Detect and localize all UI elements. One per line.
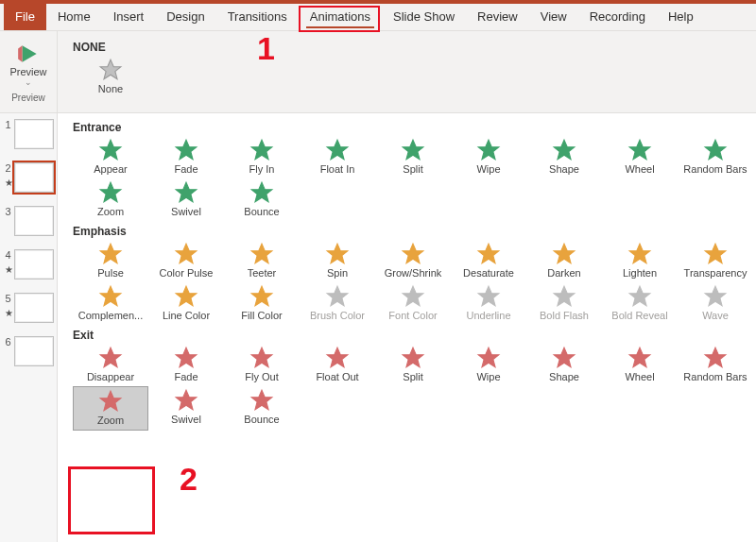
tab-file[interactable]: File bbox=[4, 4, 46, 30]
svg-marker-5 bbox=[251, 140, 272, 160]
slide-thumb[interactable]: 2 ★ bbox=[4, 162, 54, 193]
anim-exit-swivel[interactable]: Swivel bbox=[148, 386, 224, 431]
star-icon bbox=[552, 242, 576, 266]
svg-marker-6 bbox=[327, 140, 348, 160]
anim-entrance-random-bars[interactable]: Random Bars bbox=[678, 136, 753, 178]
animation-gallery: Entrance Appear Fade Fly In Float In Spl… bbox=[58, 113, 756, 542]
svg-marker-0 bbox=[23, 45, 37, 61]
preview-label[interactable]: Preview bbox=[9, 66, 46, 77]
anim-emphasis-color-pulse[interactable]: Color Pulse bbox=[148, 240, 224, 282]
tab-design[interactable]: Design bbox=[155, 4, 215, 30]
slide-thumb[interactable]: 3 bbox=[4, 206, 54, 236]
star-icon bbox=[98, 58, 123, 82]
anim-exit-bounce[interactable]: Bounce bbox=[224, 386, 300, 431]
anim-emphasis-bold-reveal: Bold Reveal bbox=[602, 282, 678, 325]
anim-entrance-swivel[interactable]: Swivel bbox=[148, 178, 224, 221]
anim-none[interactable]: None bbox=[73, 56, 148, 98]
tab-help[interactable]: Help bbox=[657, 4, 705, 30]
anim-entrance-bounce[interactable]: Bounce bbox=[224, 178, 300, 221]
anim-entrance-wheel[interactable]: Wheel bbox=[602, 136, 678, 178]
tab-slideshow[interactable]: Slide Show bbox=[382, 4, 466, 30]
ribbon-tabs: File Home Insert Design Transitions Anim… bbox=[0, 4, 756, 31]
star-icon bbox=[174, 388, 198, 413]
anim-emphasis-darken[interactable]: Darken bbox=[526, 240, 602, 282]
anim-exit-wipe[interactable]: Wipe bbox=[451, 344, 526, 386]
svg-marker-31 bbox=[629, 286, 650, 306]
anim-entrance-fly-in[interactable]: Fly In bbox=[224, 136, 300, 178]
star-icon bbox=[627, 242, 652, 266]
tab-transitions[interactable]: Transitions bbox=[216, 4, 299, 30]
anim-label: Float In bbox=[300, 163, 375, 175]
section-emphasis-title: Emphasis bbox=[73, 225, 756, 238]
slide-thumb[interactable]: 5 ★ bbox=[4, 293, 54, 323]
anim-emphasis-teeter[interactable]: Teeter bbox=[224, 240, 300, 282]
anim-exit-zoom[interactable]: Zoom bbox=[73, 386, 148, 431]
tab-animations[interactable]: Animations bbox=[299, 4, 382, 30]
anim-label: Random Bars bbox=[678, 163, 753, 175]
anim-exit-fly-out[interactable]: Fly Out bbox=[224, 344, 300, 386]
star-icon bbox=[703, 138, 728, 162]
star-icon bbox=[174, 180, 198, 205]
anim-entrance-zoom[interactable]: Zoom bbox=[73, 178, 148, 221]
anim-entrance-appear[interactable]: Appear bbox=[73, 136, 148, 178]
svg-marker-23 bbox=[705, 244, 726, 263]
anim-emphasis-bold-flash: Bold Flash bbox=[526, 282, 602, 325]
star-icon bbox=[249, 346, 274, 370]
anim-exit-wheel[interactable]: Wheel bbox=[602, 344, 678, 386]
anim-exit-random-bars[interactable]: Random Bars bbox=[678, 344, 753, 386]
anim-emphasis-lighten[interactable]: Lighten bbox=[602, 240, 678, 282]
svg-marker-25 bbox=[176, 286, 197, 306]
slide-preview bbox=[14, 336, 54, 366]
star-icon bbox=[174, 284, 198, 309]
svg-marker-9 bbox=[554, 140, 575, 160]
tab-insert[interactable]: Insert bbox=[102, 4, 156, 30]
svg-marker-29 bbox=[478, 286, 499, 306]
anim-label: Brush Color bbox=[300, 310, 375, 321]
tab-view[interactable]: View bbox=[529, 4, 578, 30]
star-icon bbox=[401, 138, 425, 162]
anim-label: Darken bbox=[526, 267, 602, 279]
preview-icon[interactable] bbox=[16, 42, 41, 66]
anim-entrance-float-in[interactable]: Float In bbox=[300, 136, 375, 178]
anim-label: Pulse bbox=[73, 267, 148, 279]
anim-entrance-shape[interactable]: Shape bbox=[526, 136, 602, 178]
tab-home[interactable]: Home bbox=[46, 4, 102, 30]
anim-entrance-wipe[interactable]: Wipe bbox=[451, 136, 526, 178]
star-icon bbox=[98, 346, 123, 370]
slide-preview bbox=[14, 119, 54, 149]
slide-number: 3 bbox=[4, 206, 11, 217]
anim-emphasis-pulse[interactable]: Pulse bbox=[73, 240, 148, 282]
anim-label: Fly In bbox=[224, 163, 300, 175]
anim-exit-fade[interactable]: Fade bbox=[148, 344, 224, 386]
anim-label: Fade bbox=[148, 371, 224, 382]
slide-thumb[interactable]: 6 bbox=[4, 336, 54, 366]
anim-entrance-fade[interactable]: Fade bbox=[148, 136, 224, 178]
svg-marker-7 bbox=[403, 140, 423, 160]
anim-emphasis-fill-color[interactable]: Fill Color bbox=[224, 282, 300, 325]
anim-emphasis-transparency[interactable]: Transparency bbox=[678, 240, 753, 282]
anim-exit-float-out[interactable]: Float Out bbox=[300, 344, 375, 386]
anim-emphasis-line-color[interactable]: Line Color bbox=[148, 282, 224, 325]
tab-review[interactable]: Review bbox=[466, 4, 529, 30]
svg-marker-2 bbox=[100, 59, 121, 79]
preview-group-label: Preview bbox=[11, 93, 45, 103]
svg-marker-3 bbox=[100, 140, 121, 160]
anim-label: Zoom bbox=[73, 206, 148, 217]
anim-label: Font Color bbox=[375, 310, 451, 321]
anim-exit-disappear[interactable]: Disappear bbox=[73, 344, 148, 386]
anim-exit-split[interactable]: Split bbox=[375, 344, 451, 386]
svg-marker-30 bbox=[554, 286, 575, 306]
anim-label: Lighten bbox=[602, 267, 678, 279]
anim-emphasis-wave: Wave bbox=[678, 282, 753, 325]
tab-recording[interactable]: Recording bbox=[578, 4, 657, 30]
anim-emphasis-desaturate[interactable]: Desaturate bbox=[451, 240, 526, 282]
anim-emphasis-complemen-[interactable]: Complemen... bbox=[73, 282, 148, 325]
slide-thumb[interactable]: 1 bbox=[4, 119, 54, 149]
anim-emphasis-grow-shrink[interactable]: Grow/Shrink bbox=[375, 240, 451, 282]
anim-entrance-split[interactable]: Split bbox=[375, 136, 451, 178]
section-none-title: NONE bbox=[73, 41, 148, 54]
anim-exit-shape[interactable]: Shape bbox=[526, 344, 602, 386]
slide-thumb[interactable]: 4 ★ bbox=[4, 249, 54, 279]
anim-label: Wipe bbox=[451, 163, 526, 175]
anim-emphasis-spin[interactable]: Spin bbox=[300, 240, 375, 282]
